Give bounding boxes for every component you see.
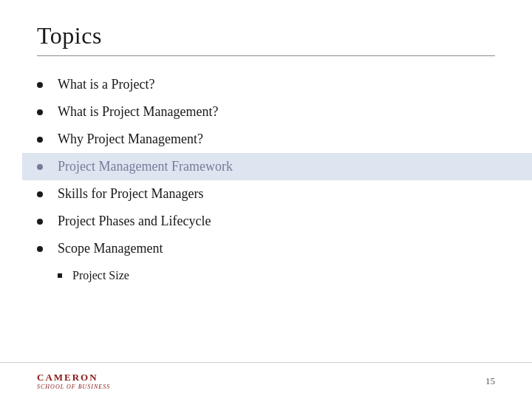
item-text: Why Project Management?	[58, 132, 203, 147]
title-divider	[37, 55, 495, 56]
topics-list: What is a Project? What is Project Manag…	[37, 71, 495, 262]
bullet-icon	[37, 109, 43, 115]
logo-area: CAMERON School of Business	[37, 372, 110, 390]
item-text: What is a Project?	[58, 77, 154, 92]
page-number: 15	[485, 375, 495, 387]
title-area: Topics	[37, 22, 495, 56]
item-text: Scope Management	[58, 241, 163, 256]
slide-title: Topics	[37, 22, 495, 50]
bullet-icon	[37, 219, 43, 225]
list-item-highlighted: Project Management Framework	[22, 153, 532, 180]
item-text: What is Project Management?	[58, 104, 218, 120]
sub-item-text: Project Size	[72, 269, 129, 282]
item-text: Project Phases and Lifecycle	[58, 214, 211, 229]
slide: Topics What is a Project? What is Projec…	[0, 0, 532, 399]
list-item: Project Phases and Lifecycle	[37, 208, 495, 235]
bullet-icon	[37, 191, 43, 197]
bullet-icon	[37, 246, 43, 252]
sub-bullet-icon	[58, 273, 62, 278]
logo-sub: School of Business	[37, 383, 110, 390]
sub-list-item: Project Size	[58, 267, 495, 284]
item-text: Skills for Project Managers	[58, 186, 203, 202]
list-item: Why Project Management?	[37, 126, 495, 153]
list-item: Scope Management	[37, 235, 495, 262]
sub-list: Project Size	[58, 267, 495, 284]
list-item: Skills for Project Managers	[37, 180, 495, 208]
list-item: What is Project Management?	[37, 98, 495, 126]
bullet-icon	[37, 164, 43, 170]
logo-main: CAMERON	[37, 372, 98, 383]
list-item: What is a Project?	[37, 71, 495, 98]
bullet-icon	[37, 137, 43, 143]
bullet-icon	[37, 82, 43, 88]
item-text: Project Management Framework	[58, 159, 233, 174]
bottom-bar: CAMERON School of Business 15	[0, 362, 532, 399]
